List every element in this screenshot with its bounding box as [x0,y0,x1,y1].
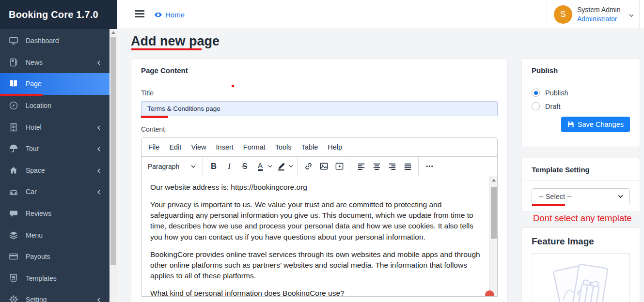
insert-media-button[interactable] [332,159,346,174]
sidebar-item-label: Tour [26,145,39,152]
template-select[interactable]: -- Select -- [532,188,630,204]
red-annotation-dot [485,290,494,296]
menu-tools[interactable]: Tools [270,138,297,156]
sidebar-scrollbar[interactable] [110,29,117,302]
publish-card: Publish Publish Draft Save Changes [521,59,640,147]
editor-content-area[interactable]: Our website address is: https://bookingc… [141,176,497,296]
gear-icon [9,295,18,302]
sidebar-item-label: Dashboard [26,37,59,45]
sidebar-item-setting[interactable]: Setting [0,289,110,302]
user-menu[interactable]: S System Admin Administrator [547,0,640,29]
align-justify-button[interactable] [400,159,415,174]
radio-unselected-icon[interactable] [532,102,540,110]
more-toolbar-button[interactable] [422,159,437,174]
page-title: Add new page [131,34,220,49]
sidebar-item-label: Hotel [26,123,42,131]
scrollbar-thumb[interactable] [491,187,497,239]
sidebar-item-label: Reviews [26,210,51,217]
comment-icon [9,209,18,218]
sidebar-item-hotel[interactable]: Hotel [0,116,110,138]
sidebar-item-page[interactable]: Page [0,73,110,95]
sidebar-item-dashboard[interactable]: Dashboard [0,30,110,52]
chevron-left-icon [96,167,102,173]
radio-selected-icon[interactable] [532,89,540,97]
red-annotation-text: Dont select any template [533,213,644,224]
title-input[interactable] [141,101,498,116]
desktop-icon [9,36,18,45]
save-changes-button[interactable]: Save Changes [561,117,630,132]
sidebar-item-label: Space [26,166,45,174]
menu-format[interactable]: Format [238,138,270,156]
menu-edit[interactable]: Edit [164,138,186,156]
radio-label: Publish [545,89,568,97]
sidebar-item-label: Templates [26,274,57,282]
sidebar-item-templates[interactable]: Templates [0,268,110,289]
feature-image-placeholder[interactable] [532,253,630,302]
red-annotation-underline [532,204,565,206]
sidebar-item-car[interactable]: Car [0,181,110,203]
hamburger-menu-icon[interactable] [135,10,144,18]
menu-help[interactable]: Help [323,138,347,156]
chevron-down-icon [617,193,624,199]
chevron-down-icon[interactable] [267,164,273,169]
sidebar-item-menu[interactable]: Menu [0,224,110,246]
align-left-button[interactable] [354,159,368,174]
chevron-left-icon [96,60,102,65]
menu-view[interactable]: View [186,138,211,156]
sidebar-item-space[interactable]: Space [0,160,110,181]
editor-paragraph: Our website address is: https://bookingc… [150,182,481,193]
scroll-up-arrow-icon[interactable] [492,179,496,181]
sidebar-item-news[interactable]: News [0,52,110,74]
sidebar-item-location[interactable]: Location [0,95,110,117]
publish-radio-option[interactable]: Publish [532,89,630,97]
html5-icon [9,273,18,283]
chevron-down-icon[interactable] [288,164,294,169]
italic-button[interactable]: I [222,159,236,174]
compass-icon [9,101,18,110]
menu-table[interactable]: Table [297,138,323,156]
insert-image-button[interactable] [316,159,331,174]
editor-scrollbar[interactable] [489,176,497,296]
menu-insert[interactable]: Insert [211,138,238,156]
chevron-down-icon [190,164,196,169]
sidebar-item-label: Payouts [26,253,50,260]
card-header: Template Setting [522,158,640,181]
highlight-color-button[interactable] [274,159,288,174]
home-link[interactable]: Home [154,11,185,19]
editor-paragraph: Your privacy is important to us. We valu… [150,199,481,242]
strikethrough-button[interactable]: S [237,159,252,174]
sidebar-item-reviews[interactable]: Reviews [0,203,110,225]
building-icon [9,122,18,132]
text-color-button[interactable]: A [253,159,267,174]
scrollbar-thumb[interactable] [110,37,116,265]
chevron-down-icon [628,12,634,17]
link-button[interactable] [301,159,315,174]
feature-image-card: Feature Image [521,227,640,302]
admin-screen: Booking Core 1.7.0 Dashboard News Page L… [0,0,644,302]
layers-icon [9,230,18,240]
save-button-label: Save Changes [578,121,624,128]
editor-paragraph: What kind of personal information does B… [150,288,481,296]
chevron-left-icon [96,297,102,302]
page-content-card: Page Content Title Content File Edit Vie… [131,59,508,302]
book-icon [9,58,18,67]
sidebar-item-label: Page [26,80,42,88]
scroll-up-arrow-icon[interactable] [111,31,115,34]
chevron-left-icon [96,146,102,151]
menu-file[interactable]: File [143,138,164,156]
content-label: Content [141,125,498,133]
bold-button[interactable]: B [206,159,221,174]
user-role-link[interactable]: Administrator [577,15,620,24]
align-right-button[interactable] [385,159,399,174]
draft-radio-option[interactable]: Draft [532,102,630,110]
align-center-button[interactable] [369,159,384,174]
sidebar-item-tour[interactable]: Tour [0,138,110,160]
red-annotation-underline [141,116,168,118]
rich-text-editor: File Edit View Insert Format Tools Table… [141,137,498,297]
chevron-left-icon [96,124,102,130]
format-select[interactable]: Paragraph [145,163,199,170]
open-book-icon [9,79,18,89]
sidebar-item-label: News [26,59,43,66]
sidebar-item-payouts[interactable]: Payouts [0,246,110,268]
radio-label: Draft [545,103,560,110]
